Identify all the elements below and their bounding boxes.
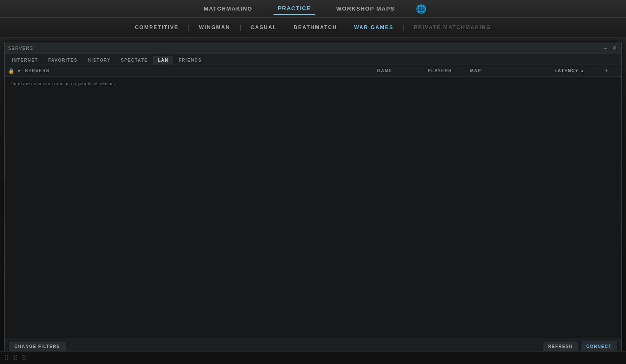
lock-icon: 🔒 (8, 68, 16, 74)
dialog-title: Servers (8, 46, 33, 51)
minimize-button[interactable]: – (603, 45, 608, 51)
mode-navigation: COMPETITIVE | WINGMAN | CASUAL DEATHMATC… (0, 18, 626, 38)
mode-wingman[interactable]: WINGMAN (191, 21, 239, 34)
top-navigation: MATCHMAKING PRACTICE WORKSHOP MAPS 🌐 (0, 0, 626, 18)
tab-spectate[interactable]: SPECTATE (116, 56, 153, 65)
change-filters-button[interactable]: CHANGE FILTERS (9, 342, 66, 351)
separator-1: | (188, 24, 190, 31)
col-map[interactable]: MAP (470, 68, 555, 73)
bottom-dots: ⠿ ⠿ ⠿ (4, 354, 27, 362)
mode-private-matchmaking: PRIVATE MATCHMAKING (405, 21, 500, 34)
nav-item-workshop-maps[interactable]: WORKSHOP MAPS (332, 3, 399, 14)
main-content: Servers – ✕ INTERNET FAVORITES HISTORY S… (0, 38, 626, 359)
servers-dialog: Servers – ✕ INTERNET FAVORITES HISTORY S… (4, 42, 622, 355)
tabs-bar: INTERNET FAVORITES HISTORY SPECTATE LAN … (5, 54, 621, 65)
nav-item-practice[interactable]: PRACTICE (273, 3, 315, 15)
separator-2: | (240, 24, 241, 31)
table-header: 🔒 ▼ SERVERS GAME PLAYERS MAP LATENCY ▲ + (5, 65, 621, 77)
tab-friends[interactable]: FRIENDS (174, 56, 206, 65)
refresh-button[interactable]: REFRESH (543, 342, 578, 351)
col-game[interactable]: GAME (377, 68, 428, 73)
table-body: There are no servers running on your loc… (5, 77, 621, 338)
mode-deathmatch[interactable]: DEATHMATCH (285, 21, 346, 34)
signal-icon: ▼ (16, 68, 25, 74)
tab-internet[interactable]: INTERNET (7, 56, 43, 65)
bottom-bar: ⠿ ⠿ ⠿ (0, 351, 626, 364)
empty-message: There are no servers running on your loc… (5, 77, 621, 90)
tab-history[interactable]: HISTORY (83, 56, 115, 65)
col-players[interactable]: PLAYERS (428, 68, 470, 73)
mode-war-games[interactable]: WAR GAMES (346, 21, 402, 34)
close-button[interactable]: ✕ (611, 45, 618, 51)
dialog-controls: – ✕ (603, 45, 618, 51)
separator-3: | (403, 24, 405, 31)
footer-right: REFRESH CONNECT (543, 342, 617, 351)
globe-icon[interactable]: 🌐 (416, 4, 426, 14)
tab-favorites[interactable]: FAVORITES (44, 56, 82, 65)
footer-left: CHANGE FILTERS (9, 342, 66, 351)
tab-lan[interactable]: LAN (153, 56, 173, 65)
connect-button[interactable]: CONNECT (581, 342, 617, 351)
sort-arrow-icon: ▲ (580, 69, 585, 73)
col-servers[interactable]: SERVERS (25, 68, 377, 73)
mode-casual[interactable]: CASUAL (242, 21, 285, 34)
dialog-titlebar: Servers – ✕ (5, 42, 621, 54)
mode-competitive[interactable]: COMPETITIVE (126, 21, 187, 34)
col-add[interactable]: + (605, 68, 618, 73)
nav-item-matchmaking[interactable]: MATCHMAKING (200, 3, 257, 14)
col-latency[interactable]: LATENCY ▲ (555, 68, 605, 73)
